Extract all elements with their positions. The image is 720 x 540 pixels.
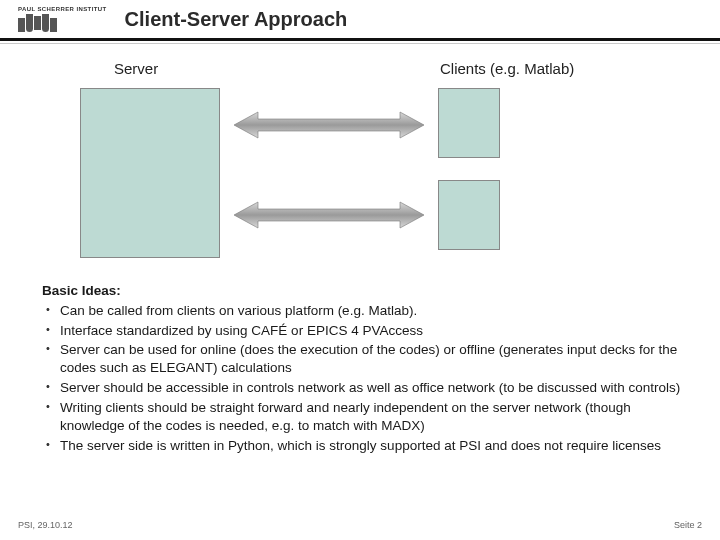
architecture-diagram: Server Clients (e.g. Matlab) (0, 52, 720, 282)
server-box (80, 88, 220, 258)
logo-institute-text: PAUL SCHERRER INSTITUT (18, 6, 107, 12)
slide-header: PAUL SCHERRER INSTITUT Client-Server App… (0, 0, 720, 38)
list-item: Can be called from clients on various pl… (42, 302, 688, 320)
bullet-list: Can be called from clients on various pl… (42, 302, 688, 455)
svg-marker-0 (234, 112, 424, 138)
clients-label: Clients (e.g. Matlab) (440, 60, 574, 77)
footer-date: PSI, 29.10.12 (18, 520, 73, 530)
list-item: Writing clients should be straight forwa… (42, 399, 688, 435)
list-item: The server side is written in Python, wh… (42, 437, 688, 455)
divider-light (0, 43, 720, 44)
slide-title: Client-Server Approach (125, 8, 348, 31)
client-box-1 (438, 88, 500, 158)
psi-logo: PAUL SCHERRER INSTITUT (18, 6, 107, 32)
basic-ideas-section: Basic Ideas: Can be called from clients … (0, 282, 720, 454)
divider-dark (0, 38, 720, 41)
server-label: Server (114, 60, 158, 77)
list-item: Server should be accessible in controls … (42, 379, 688, 397)
footer-page: Seite 2 (674, 520, 702, 530)
client-box-2 (438, 180, 500, 250)
section-heading: Basic Ideas: (42, 282, 688, 300)
double-arrow-top (234, 110, 424, 140)
svg-marker-1 (234, 202, 424, 228)
double-arrow-bottom (234, 200, 424, 230)
logo-mark (18, 14, 57, 32)
list-item: Server can be used for online (does the … (42, 341, 688, 377)
list-item: Interface standardized by using CAFÉ or … (42, 322, 688, 340)
